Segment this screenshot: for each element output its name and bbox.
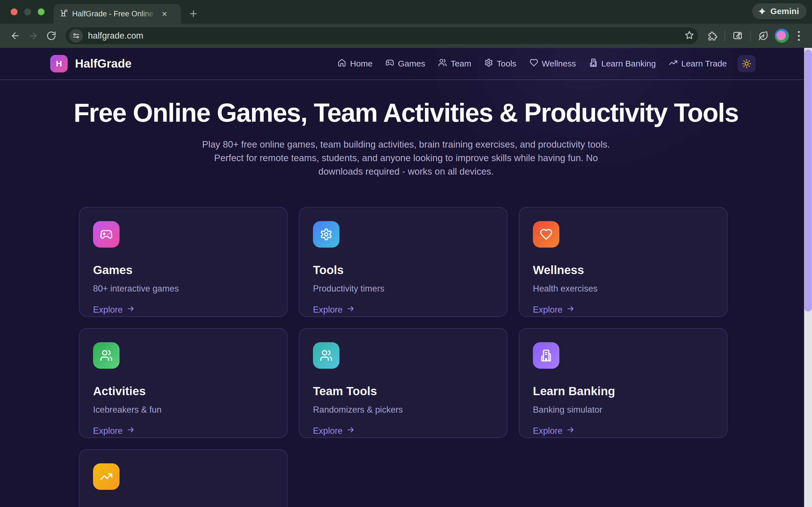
nav-item-label: Team [451, 59, 471, 68]
close-window-button[interactable] [11, 8, 17, 15]
brand[interactable]: H HalfGrade [50, 55, 132, 72]
puzzle-icon [707, 31, 717, 41]
arrow-right-icon [126, 426, 135, 436]
forward-button[interactable] [24, 27, 42, 45]
card-wellness[interactable]: WellnessHealth exercisesExplore [519, 207, 727, 317]
bank-icon [589, 58, 598, 69]
hero-section: Free Online Games, Team Activities & Pro… [0, 80, 812, 178]
browser-tab[interactable]: HalfGrade - Free Online Game × [54, 4, 181, 24]
trending-up-icon [669, 58, 677, 69]
gamepad-icon [386, 58, 394, 69]
heart-icon [533, 221, 559, 247]
nav-item-label: Games [398, 59, 425, 68]
nav-item-learn-banking[interactable]: Learn Banking [589, 58, 656, 69]
category-cards: Games80+ interactive gamesExploreToolsPr… [79, 207, 733, 507]
card-games[interactable]: Games80+ interactive gamesExplore [79, 207, 288, 317]
card-title: Wellness [533, 263, 713, 277]
url-text[interactable]: halfgrade.com [88, 31, 679, 41]
explore-link[interactable]: Explore [313, 426, 493, 436]
bookmark-button[interactable] [684, 31, 694, 41]
explore-label: Explore [533, 305, 562, 315]
tab-close-icon[interactable]: × [162, 9, 167, 18]
extensions-button[interactable] [703, 27, 721, 45]
nav-items: HomeGamesTeamToolsWellnessLearn BankingL… [338, 58, 727, 69]
card-title: Tools [313, 263, 493, 277]
hero-description: Play 80+ free online games, team buildin… [192, 138, 620, 178]
toolbar-divider [725, 30, 725, 41]
scrollbar-thumb[interactable] [804, 50, 812, 312]
star-icon [684, 31, 694, 40]
arrow-right-icon [566, 426, 575, 436]
users-icon [313, 342, 340, 369]
card-subtitle: Productivity timers [313, 284, 493, 294]
back-button[interactable] [6, 27, 24, 45]
performance-button[interactable] [754, 27, 772, 45]
card-subtitle: Health exercises [533, 284, 713, 294]
reload-icon [46, 31, 56, 41]
nav-item-label: Tools [497, 59, 516, 68]
browser-titlebar: HalfGrade - Free Online Game × + Gemini [0, 0, 812, 24]
brand-name: HalfGrade [75, 57, 132, 70]
gemini-button[interactable]: Gemini [752, 3, 806, 19]
bank-icon [533, 342, 559, 369]
card-learn-trade[interactable]: Learn Trade [79, 449, 288, 507]
trending-up-icon [93, 463, 119, 490]
nav-item-label: Learn Trade [681, 59, 727, 68]
nav-item-label: Home [350, 59, 372, 68]
explore-label: Explore [313, 305, 343, 315]
nav-item-label: Learn Banking [601, 59, 656, 68]
new-tab-button[interactable]: + [185, 5, 202, 22]
browser-menu-button[interactable] [792, 31, 806, 41]
explore-link[interactable]: Explore [93, 304, 273, 315]
card-subtitle: Icebreakers & fun [93, 405, 273, 415]
nav-item-team[interactable]: Team [438, 58, 471, 69]
page-scrollbar[interactable] [804, 48, 812, 507]
brand-logo: H [50, 55, 68, 72]
card-title: Team Tools [313, 385, 493, 398]
nav-item-tools[interactable]: Tools [485, 58, 516, 69]
card-subtitle: Randomizers & pickers [313, 405, 493, 415]
forward-arrow-icon [28, 31, 38, 41]
gemini-label: Gemini [770, 6, 799, 16]
zoom-window-button[interactable] [38, 8, 45, 15]
card-team-tools[interactable]: Team ToolsRandomizers & pickersExplore [299, 328, 507, 438]
explore-link[interactable]: Explore [93, 426, 273, 436]
browser-toolbar: halfgrade.com [0, 24, 812, 48]
search-tabs-button[interactable] [728, 27, 747, 45]
card-title: Activities [93, 385, 273, 398]
nav-item-home[interactable]: Home [338, 58, 372, 69]
card-title: Learn Banking [533, 385, 713, 398]
explore-link[interactable]: Explore [313, 304, 493, 315]
explore-link[interactable]: Explore [533, 304, 713, 315]
heart-icon [529, 58, 538, 69]
theme-toggle-button[interactable] [738, 55, 756, 72]
reload-button[interactable] [42, 27, 60, 45]
tune-icon [72, 32, 80, 40]
nav-item-wellness[interactable]: Wellness [529, 58, 576, 69]
profile-avatar[interactable] [775, 29, 789, 43]
explore-label: Explore [93, 305, 123, 315]
toolbar-divider [750, 30, 751, 41]
tab-title: HalfGrade - Free Online Game [72, 10, 157, 18]
home-icon [338, 58, 346, 69]
nav-item-games[interactable]: Games [386, 58, 425, 69]
panel-search-icon [732, 31, 743, 41]
gear-icon [485, 58, 493, 69]
arrow-right-icon [566, 304, 575, 315]
arrow-right-icon [347, 426, 355, 436]
leaf-bolt-icon [758, 31, 768, 41]
card-learn-banking[interactable]: Learn BankingBanking simulatorExplore [519, 328, 727, 438]
address-bar[interactable]: halfgrade.com [65, 27, 698, 44]
users-icon [438, 58, 447, 69]
card-activities[interactable]: ActivitiesIcebreakers & funExplore [79, 328, 288, 438]
nav-item-learn-trade[interactable]: Learn Trade [669, 58, 727, 69]
card-tools[interactable]: ToolsProductivity timersExplore [299, 207, 507, 317]
site-settings-button[interactable] [69, 29, 83, 43]
nav-item-label: Wellness [542, 59, 576, 68]
minimize-window-button[interactable] [24, 8, 31, 15]
card-title: Learn Trade [93, 506, 273, 507]
users-icon [93, 342, 119, 369]
explore-link[interactable]: Explore [533, 426, 713, 436]
explore-label: Explore [533, 426, 562, 436]
site-navbar: H HalfGrade HomeGamesTeamToolsWellnessLe… [0, 48, 812, 80]
